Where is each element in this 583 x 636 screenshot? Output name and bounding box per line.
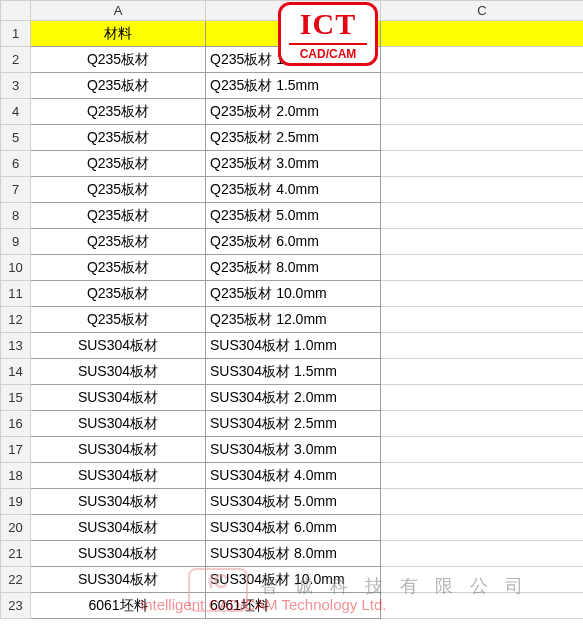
row-header[interactable]: 21 — [1, 541, 31, 567]
cell-B21[interactable]: SUS304板材 8.0mm — [206, 541, 381, 567]
row-header[interactable]: 3 — [1, 73, 31, 99]
cell-B7[interactable]: Q235板材 4.0mm — [206, 177, 381, 203]
cell-A16[interactable]: SUS304板材 — [31, 411, 206, 437]
row-header[interactable]: 23 — [1, 593, 31, 619]
cell-C23[interactable] — [381, 593, 584, 619]
cell-A17[interactable]: SUS304板材 — [31, 437, 206, 463]
cell-B18[interactable]: SUS304板材 4.0mm — [206, 463, 381, 489]
cell-A12[interactable]: Q235板材 — [31, 307, 206, 333]
table-row: 15SUS304板材SUS304板材 2.0mm — [1, 385, 584, 411]
cell-A13[interactable]: SUS304板材 — [31, 333, 206, 359]
cell-B19[interactable]: SUS304板材 5.0mm — [206, 489, 381, 515]
cell-A7[interactable]: Q235板材 — [31, 177, 206, 203]
table-row: 9Q235板材Q235板材 6.0mm — [1, 229, 584, 255]
table-row: 16SUS304板材SUS304板材 2.5mm — [1, 411, 584, 437]
cell-C15[interactable] — [381, 385, 584, 411]
table-row: 12Q235板材Q235板材 12.0mm — [1, 307, 584, 333]
row-header[interactable]: 2 — [1, 47, 31, 73]
row-header[interactable]: 20 — [1, 515, 31, 541]
row-header[interactable]: 11 — [1, 281, 31, 307]
cell-A2[interactable]: Q235板材 — [31, 47, 206, 73]
cell-A1[interactable]: 材料 — [31, 21, 206, 47]
cell-A18[interactable]: SUS304板材 — [31, 463, 206, 489]
cell-A23[interactable]: 6061坯料 — [31, 593, 206, 619]
cell-A6[interactable]: Q235板材 — [31, 151, 206, 177]
row-header[interactable]: 10 — [1, 255, 31, 281]
cell-A9[interactable]: Q235板材 — [31, 229, 206, 255]
cell-B5[interactable]: Q235板材 2.5mm — [206, 125, 381, 151]
col-header-A[interactable]: A — [31, 1, 206, 21]
row-header[interactable]: 17 — [1, 437, 31, 463]
cell-B6[interactable]: Q235板材 3.0mm — [206, 151, 381, 177]
cell-C22[interactable] — [381, 567, 584, 593]
cell-B12[interactable]: Q235板材 12.0mm — [206, 307, 381, 333]
row-header[interactable]: 1 — [1, 21, 31, 47]
cell-B17[interactable]: SUS304板材 3.0mm — [206, 437, 381, 463]
cell-C16[interactable] — [381, 411, 584, 437]
grid[interactable]: A B C 1 材料 材料 2Q235板材Q235板材 1.0mm3Q235板材… — [0, 0, 583, 619]
cell-A3[interactable]: Q235板材 — [31, 73, 206, 99]
cell-C5[interactable] — [381, 125, 584, 151]
cell-C7[interactable] — [381, 177, 584, 203]
row-header[interactable]: 7 — [1, 177, 31, 203]
cell-C4[interactable] — [381, 99, 584, 125]
row-header[interactable]: 14 — [1, 359, 31, 385]
row-header[interactable]: 18 — [1, 463, 31, 489]
row-header[interactable]: 9 — [1, 229, 31, 255]
cell-C17[interactable] — [381, 437, 584, 463]
cell-A11[interactable]: Q235板材 — [31, 281, 206, 307]
cell-B11[interactable]: Q235板材 10.0mm — [206, 281, 381, 307]
cell-C20[interactable] — [381, 515, 584, 541]
table-row: 13SUS304板材SUS304板材 1.0mm — [1, 333, 584, 359]
row-header[interactable]: 6 — [1, 151, 31, 177]
cell-C1[interactable] — [381, 21, 584, 47]
row-header[interactable]: 13 — [1, 333, 31, 359]
row-header[interactable]: 15 — [1, 385, 31, 411]
cell-A19[interactable]: SUS304板材 — [31, 489, 206, 515]
cell-B8[interactable]: Q235板材 5.0mm — [206, 203, 381, 229]
col-header-C[interactable]: C — [381, 1, 584, 21]
select-all-corner[interactable] — [1, 1, 31, 21]
cell-B20[interactable]: SUS304板材 6.0mm — [206, 515, 381, 541]
cell-C6[interactable] — [381, 151, 584, 177]
cell-A21[interactable]: SUS304板材 — [31, 541, 206, 567]
cell-A14[interactable]: SUS304板材 — [31, 359, 206, 385]
cell-A5[interactable]: Q235板材 — [31, 125, 206, 151]
cell-A20[interactable]: SUS304板材 — [31, 515, 206, 541]
cell-A8[interactable]: Q235板材 — [31, 203, 206, 229]
row-header[interactable]: 5 — [1, 125, 31, 151]
cell-B22[interactable]: SUS304板材 10.0mm — [206, 567, 381, 593]
cell-A4[interactable]: Q235板材 — [31, 99, 206, 125]
cell-C12[interactable] — [381, 307, 584, 333]
cell-B3[interactable]: Q235板材 1.5mm — [206, 73, 381, 99]
cell-C19[interactable] — [381, 489, 584, 515]
row-header[interactable]: 12 — [1, 307, 31, 333]
cell-B13[interactable]: SUS304板材 1.0mm — [206, 333, 381, 359]
cell-A22[interactable]: SUS304板材 — [31, 567, 206, 593]
cell-C13[interactable] — [381, 333, 584, 359]
cell-B9[interactable]: Q235板材 6.0mm — [206, 229, 381, 255]
cell-C18[interactable] — [381, 463, 584, 489]
row-header[interactable]: 22 — [1, 567, 31, 593]
cell-A15[interactable]: SUS304板材 — [31, 385, 206, 411]
row-header[interactable]: 16 — [1, 411, 31, 437]
cell-C10[interactable] — [381, 255, 584, 281]
cell-A10[interactable]: Q235板材 — [31, 255, 206, 281]
cell-B15[interactable]: SUS304板材 2.0mm — [206, 385, 381, 411]
row-header[interactable]: 8 — [1, 203, 31, 229]
cell-B23[interactable]: 6061坯料 — [206, 593, 381, 619]
row-header[interactable]: 19 — [1, 489, 31, 515]
cell-C21[interactable] — [381, 541, 584, 567]
cell-C14[interactable] — [381, 359, 584, 385]
cell-C9[interactable] — [381, 229, 584, 255]
cell-B16[interactable]: SUS304板材 2.5mm — [206, 411, 381, 437]
cell-C3[interactable] — [381, 73, 584, 99]
row-header[interactable]: 4 — [1, 99, 31, 125]
cell-C8[interactable] — [381, 203, 584, 229]
cell-C2[interactable] — [381, 47, 584, 73]
cell-B4[interactable]: Q235板材 2.0mm — [206, 99, 381, 125]
cell-B10[interactable]: Q235板材 8.0mm — [206, 255, 381, 281]
table-row: 6Q235板材Q235板材 3.0mm — [1, 151, 584, 177]
cell-B14[interactable]: SUS304板材 1.5mm — [206, 359, 381, 385]
cell-C11[interactable] — [381, 281, 584, 307]
